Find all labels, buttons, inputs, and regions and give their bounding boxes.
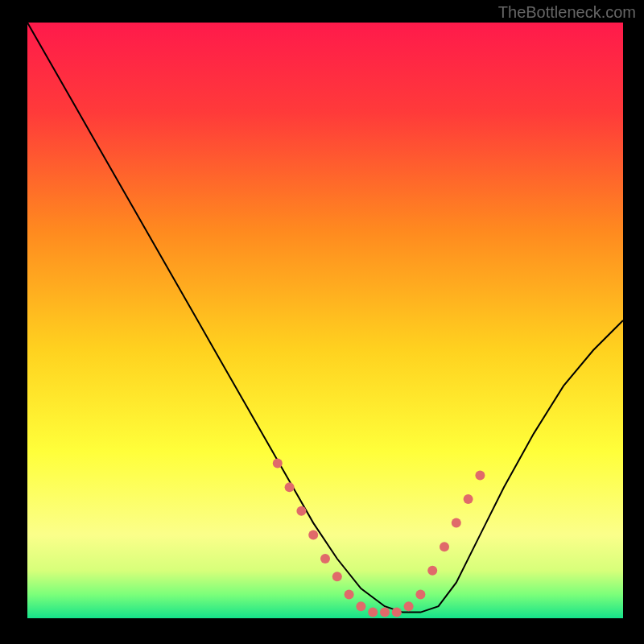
marker-dot <box>368 608 378 617</box>
marker-dot <box>404 601 414 611</box>
marker-dot <box>356 601 365 611</box>
marker-dot <box>285 482 295 492</box>
marker-dot <box>296 506 306 516</box>
marker-dot <box>273 459 283 469</box>
marker-dot <box>332 572 342 581</box>
marker-dot <box>464 494 473 504</box>
chart-stage: TheBottleneck.com <box>0 0 644 644</box>
marker-dot <box>475 470 485 480</box>
marker-dot <box>440 542 449 551</box>
bottleneck-chart <box>0 0 644 644</box>
marker-dot <box>380 608 390 617</box>
plot-background <box>27 23 623 618</box>
marker-dot <box>427 566 437 576</box>
marker-dot <box>392 608 402 617</box>
marker-dot <box>452 518 461 528</box>
attribution-text: TheBottleneck.com <box>498 3 636 22</box>
marker-dot <box>345 589 354 599</box>
marker-dot <box>308 530 318 539</box>
marker-dot <box>415 589 425 599</box>
marker-dot <box>320 554 330 564</box>
